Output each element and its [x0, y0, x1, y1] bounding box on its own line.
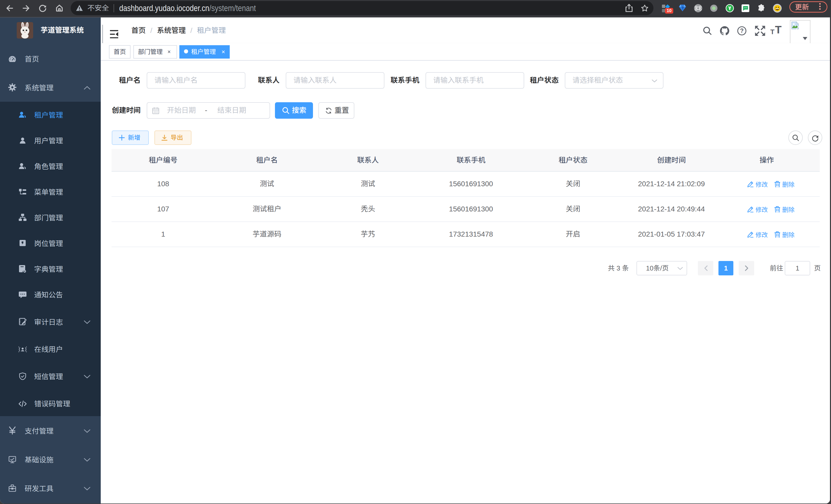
- svg-text:?: ?: [740, 28, 744, 34]
